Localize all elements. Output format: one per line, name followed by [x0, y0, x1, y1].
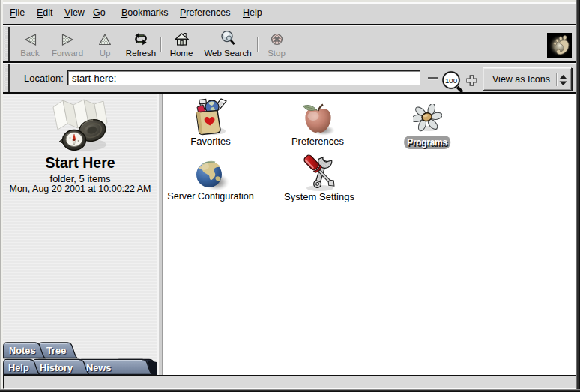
svg-text:Notes: Notes	[9, 345, 36, 356]
svg-text:Help: Help	[8, 362, 29, 373]
svg-text:News: News	[86, 362, 111, 373]
svg-text:Tree: Tree	[46, 345, 66, 356]
svg-text:100: 100	[445, 76, 457, 85]
svg-text:History: History	[40, 362, 73, 373]
